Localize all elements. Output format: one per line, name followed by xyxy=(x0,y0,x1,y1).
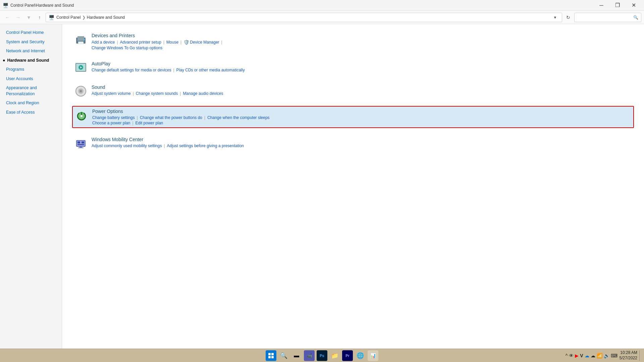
tray-speaker-icon[interactable]: 🔊 xyxy=(604,353,609,358)
sep2: | xyxy=(163,40,164,45)
svg-point-3 xyxy=(84,39,85,40)
tray-cloud1-icon[interactable]: ☁ xyxy=(585,353,589,358)
sep11: | xyxy=(164,143,165,148)
taskbar-icon-active[interactable]: 📊 xyxy=(368,350,378,361)
main-content: Control Panel Home System and Security N… xyxy=(0,24,644,349)
section-autoplay: AutoPlay Change default settings for med… xyxy=(72,59,634,76)
sidebar-item-label: Network and Internet xyxy=(6,49,45,53)
back-button[interactable]: ← xyxy=(3,13,12,22)
section-mobility-center: Windows Mobility Center Adjust commonly … xyxy=(72,135,634,152)
sidebar-item-label: User Accounts xyxy=(6,76,33,81)
link-windows-to-go[interactable]: Change Windows To Go startup options xyxy=(92,46,162,50)
link-adjust-presentation-settings[interactable]: Adjust settings before giving a presenta… xyxy=(167,143,244,148)
link-device-manager[interactable]: Device Manager xyxy=(190,40,219,45)
power-options-title[interactable]: Power Options xyxy=(92,109,631,114)
sep10: | xyxy=(132,121,133,125)
svg-rect-26 xyxy=(271,353,274,355)
power-options-links-row1: Change battery settings | Change what th… xyxy=(92,115,631,120)
taskbar-time-text: 10:28 AM xyxy=(620,350,637,356)
link-change-system-sounds[interactable]: Change system sounds xyxy=(136,91,178,96)
devices-printers-title[interactable]: Devices and Printers xyxy=(92,33,631,38)
taskbar-icon-teams[interactable]: 📹 xyxy=(304,350,315,361)
up-button[interactable]: ↑ xyxy=(35,13,44,22)
mobility-center-title[interactable]: Windows Mobility Center xyxy=(92,137,631,142)
svg-rect-24 xyxy=(78,147,84,148)
sidebar-item-control-panel-home[interactable]: Control Panel Home xyxy=(0,28,62,38)
maximize-button[interactable]: ❐ xyxy=(610,0,625,11)
power-options-icon xyxy=(75,109,88,121)
section-sound: Sound Adjust system volume | Change syst… xyxy=(72,82,634,99)
link-adjust-volume[interactable]: Adjust system volume xyxy=(92,91,131,96)
show-desktop-button[interactable] xyxy=(639,350,641,361)
sep6: | xyxy=(133,91,134,96)
close-button[interactable]: ✕ xyxy=(626,0,641,11)
tray-youtube-icon[interactable]: ▶ xyxy=(575,353,579,358)
section-power-options: Power Options Change battery settings | … xyxy=(72,106,634,128)
taskbar-icon-photoshop[interactable]: Ps xyxy=(317,350,327,361)
sidebar-item-clock-region[interactable]: Clock and Region xyxy=(0,99,62,108)
link-adjust-mobility-settings[interactable]: Adjust commonly used mobility settings xyxy=(92,143,162,148)
taskbar-icon-search[interactable]: 🔍 xyxy=(278,350,289,361)
sidebar-item-network[interactable]: Network and Internet xyxy=(0,47,62,56)
link-change-when-sleeps[interactable]: Change when the computer sleeps xyxy=(207,115,269,120)
sidebar-item-user-accounts[interactable]: User Accounts xyxy=(0,74,62,84)
svg-rect-25 xyxy=(268,353,271,355)
autoplay-links-row1: Change default settings for media or dev… xyxy=(92,68,631,72)
svg-rect-2 xyxy=(78,42,84,44)
autoplay-title[interactable]: AutoPlay xyxy=(92,61,631,66)
minimize-button[interactable]: ─ xyxy=(594,0,609,11)
link-change-power-buttons[interactable]: Change what the power buttons do xyxy=(140,115,202,120)
search-box[interactable]: 🔍 xyxy=(574,13,641,22)
sidebar-item-label: Programs xyxy=(6,67,24,72)
link-change-battery-settings[interactable]: Change battery settings xyxy=(92,115,135,120)
link-manage-audio-devices[interactable]: Manage audio devices xyxy=(183,91,223,96)
devices-printers-icon xyxy=(75,34,87,46)
tray-keyboard-icon[interactable]: ⌨ xyxy=(611,353,618,358)
tray-wifi-icon[interactable]: 📶 xyxy=(597,353,602,358)
tray-cloud2-icon[interactable]: ☁ xyxy=(591,353,595,358)
link-advanced-printer-setup[interactable]: Advanced printer setup xyxy=(120,40,161,45)
sound-title[interactable]: Sound xyxy=(92,84,631,90)
address-sep1: ❯ xyxy=(82,15,86,20)
autoplay-text: AutoPlay Change default settings for med… xyxy=(92,61,631,72)
mobility-center-text: Windows Mobility Center Adjust commonly … xyxy=(92,137,631,148)
taskbar-icon-start[interactable] xyxy=(266,350,276,361)
address-part1: Control Panel xyxy=(56,15,81,20)
sidebar-item-system-security[interactable]: System and Security xyxy=(0,38,62,47)
recent-locations-button[interactable]: ▼ xyxy=(24,13,34,22)
tray-chevron-icon[interactable]: ^ xyxy=(566,353,568,358)
search-icon: 🔍 xyxy=(633,15,638,20)
svg-rect-22 xyxy=(77,144,84,145)
taskbar-clock[interactable]: 10:28 AM 5/27/2022 xyxy=(620,350,637,361)
sidebar-item-ease-of-access[interactable]: Ease of Access xyxy=(0,108,62,117)
refresh-button[interactable]: ↻ xyxy=(564,13,573,22)
sidebar-item-appearance[interactable]: Appearance and Personalization xyxy=(0,83,62,99)
address-icon: 🖥️ xyxy=(49,15,54,20)
sidebar-item-label: Ease of Access xyxy=(6,110,35,115)
taskbar: 🔍 ▬ 📹 Ps 📁 Pr 🌐 📊 ^ 👁 ▶ V ☁ ☁ 📶 🔊 ⌨ 10:2… xyxy=(0,349,644,362)
sound-text: Sound Adjust system volume | Change syst… xyxy=(92,84,631,96)
sep1: | xyxy=(117,40,118,45)
title-bar-controls: ─ ❐ ✕ xyxy=(594,0,641,11)
link-mouse[interactable]: Mouse xyxy=(166,40,178,45)
forward-button[interactable]: → xyxy=(13,13,23,22)
taskbar-icon-chrome[interactable]: 🌐 xyxy=(355,350,366,361)
tray-v-icon[interactable]: V xyxy=(580,353,583,358)
taskbar-icon-taskview[interactable]: ▬ xyxy=(291,350,302,361)
link-add-device[interactable]: Add a device xyxy=(92,40,115,45)
taskbar-icon-premiere[interactable]: Pr xyxy=(342,350,353,361)
tray-eye-icon[interactable]: 👁 xyxy=(569,353,574,358)
sidebar-item-programs[interactable]: Programs xyxy=(0,65,62,74)
link-play-cds[interactable]: Play CDs or other media automatically xyxy=(176,68,245,72)
address-field[interactable]: 🖥️ Control Panel ❯ Hardware and Sound ▼ xyxy=(46,13,562,22)
window-icon: 🖥️ xyxy=(3,3,8,8)
address-dropdown-button[interactable]: ▼ xyxy=(551,13,559,21)
sound-icon xyxy=(75,85,87,97)
link-edit-power-plan[interactable]: Edit power plan xyxy=(136,121,163,125)
link-choose-power-plan[interactable]: Choose a power plan xyxy=(92,121,130,125)
taskbar-icon-explorer[interactable]: 📁 xyxy=(329,350,340,361)
link-change-default-settings[interactable]: Change default settings for media or dev… xyxy=(92,68,171,72)
svg-rect-21 xyxy=(82,141,84,143)
sidebar: Control Panel Home System and Security N… xyxy=(0,24,62,349)
svg-rect-27 xyxy=(268,356,271,358)
